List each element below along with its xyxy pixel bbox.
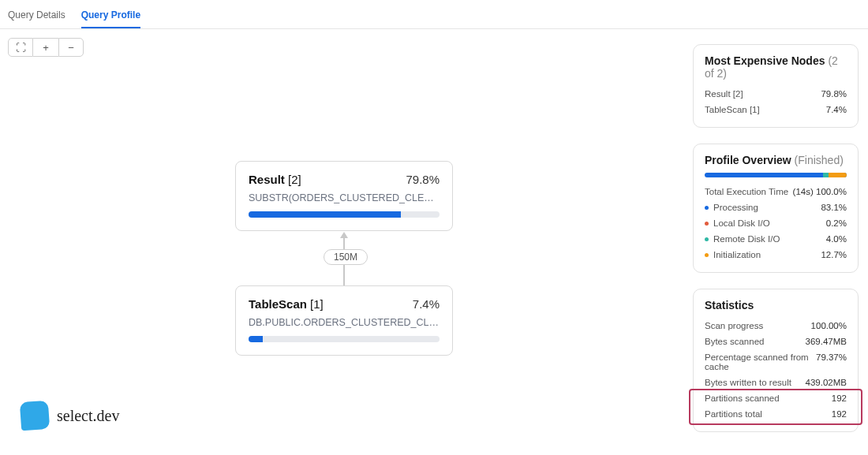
node-tablescan[interactable]: TableScan [1] 7.4% DB.PUBLIC.ORDERS_CLUS… bbox=[235, 285, 453, 356]
edge-label: 150M bbox=[324, 249, 368, 265]
node-tablescan-pct: 7.4% bbox=[413, 297, 440, 311]
stat-row: Processing83.1% bbox=[705, 200, 847, 215]
panel-profile-overview: Profile Overview (Finished) Total Execut… bbox=[693, 144, 859, 273]
overview-bar bbox=[705, 173, 847, 177]
stat-row: Partitions scanned192 bbox=[705, 390, 847, 406]
logo-text: select.dev bbox=[57, 407, 119, 425]
overview-total-row: Total Execution Time(14s) 100.0% bbox=[705, 184, 847, 200]
stat-row: Local Disk I/O0.2% bbox=[705, 215, 847, 231]
stat-row: Remote Disk I/O4.0% bbox=[705, 231, 847, 247]
stat-row: Bytes scanned369.47MB bbox=[705, 334, 847, 349]
stat-row: Result [2]79.8% bbox=[705, 86, 847, 102]
dot-icon bbox=[705, 206, 709, 210]
stat-row: Percentage scanned from cache79.37% bbox=[705, 349, 847, 375]
node-result-title: Result [2] bbox=[249, 173, 301, 186]
panel-most-expensive-title: Most Expensive Nodes (2 of 2) bbox=[705, 54, 847, 80]
dot-icon bbox=[705, 237, 709, 241]
stat-row: Scan progress100.00% bbox=[705, 318, 847, 334]
tab-query-profile[interactable]: Query Profile bbox=[81, 6, 140, 28]
stat-row: TableScan [1]7.4% bbox=[705, 102, 847, 117]
tab-query-details[interactable]: Query Details bbox=[8, 6, 65, 28]
logo-icon bbox=[20, 401, 50, 431]
stat-row: Initialization12.7% bbox=[705, 247, 847, 263]
profile-canvas[interactable]: 150M Result [2] 79.8% SUBSTR(ORDERS_CLUS… bbox=[0, 28, 694, 454]
node-result-progress bbox=[249, 211, 440, 218]
node-tablescan-subtitle: DB.PUBLIC.ORDERS_CLUSTERED_CLER… bbox=[249, 317, 440, 328]
node-result[interactable]: Result [2] 79.8% SUBSTR(ORDERS_CLUSTERED… bbox=[235, 161, 453, 231]
panel-statistics: Statistics Scan progress100.00%Bytes sca… bbox=[693, 289, 859, 432]
node-result-pct: 79.8% bbox=[406, 173, 440, 186]
panel-statistics-title: Statistics bbox=[705, 299, 847, 311]
dot-icon bbox=[705, 253, 709, 257]
node-tablescan-title: TableScan [1] bbox=[249, 297, 324, 311]
dot-icon bbox=[705, 222, 709, 226]
panel-profile-overview-title: Profile Overview (Finished) bbox=[705, 154, 847, 166]
node-result-subtitle: SUBSTR(ORDERS_CLUSTERED_CLERK_… bbox=[249, 192, 440, 203]
panel-most-expensive: Most Expensive Nodes (2 of 2) Result [2]… bbox=[693, 44, 859, 128]
logo: select.dev bbox=[21, 401, 119, 430]
node-tablescan-progress bbox=[249, 336, 440, 342]
tab-bar: Query Details Query Profile bbox=[0, 0, 868, 29]
stat-row: Bytes written to result439.02MB bbox=[705, 375, 847, 390]
stat-row: Partitions total192 bbox=[705, 406, 847, 422]
